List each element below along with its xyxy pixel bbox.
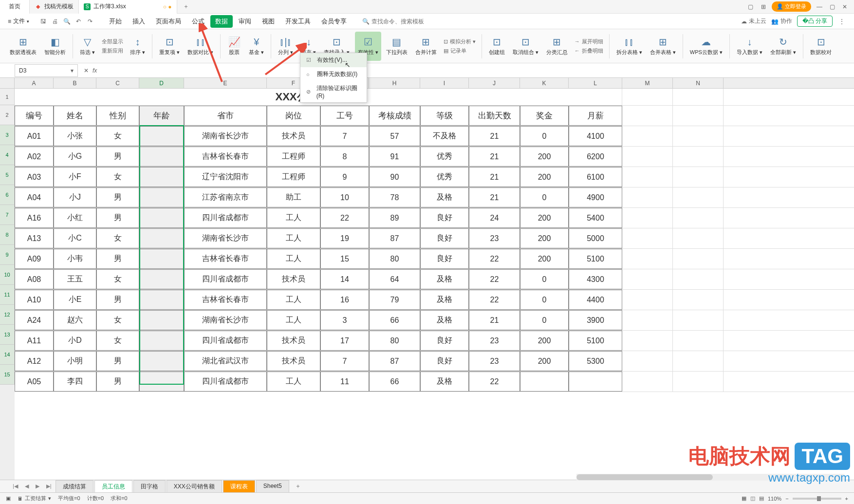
data-cell[interactable]: 78 <box>369 187 420 207</box>
data-cell[interactable] <box>139 310 184 330</box>
data-cell[interactable]: 男 <box>96 208 139 228</box>
ribbon-数据透视表[interactable]: ⊞数据透视表 <box>7 32 39 61</box>
data-cell[interactable]: 21 <box>469 147 520 167</box>
data-cell[interactable]: 四川省成都市 <box>184 208 267 228</box>
col-header[interactable]: H <box>369 78 420 88</box>
zoom-in-icon[interactable]: + <box>845 496 848 502</box>
data-cell[interactable]: 湖南省长沙市 <box>184 228 267 248</box>
zoom-out-icon[interactable]: − <box>785 496 788 502</box>
row-header[interactable]: 15 <box>0 365 15 385</box>
data-cell[interactable]: 21 <box>469 187 520 207</box>
data-cell[interactable]: 15 <box>320 249 369 269</box>
menu-tab-8[interactable]: 会员专享 <box>316 15 352 28</box>
zoom-slider[interactable] <box>793 498 841 500</box>
data-cell[interactable]: 良好 <box>420 228 469 248</box>
data-cell[interactable]: 男 <box>96 351 139 371</box>
data-cell[interactable]: 工人 <box>267 372 320 392</box>
data-cell[interactable]: 技术员 <box>267 126 320 146</box>
ribbon-合并表格[interactable]: ⊞合并表格 ▾ <box>647 32 679 61</box>
menu-tab-5[interactable]: 审阅 <box>234 15 256 28</box>
ribbon-分列[interactable]: ⫿|⫿分列 ▾ <box>275 32 296 61</box>
undo-icon[interactable]: ↶ <box>74 17 83 26</box>
data-cell[interactable]: 吉林省长春市 <box>184 249 267 269</box>
data-cell[interactable]: 良好 <box>420 351 469 371</box>
header-cell[interactable]: 考核成绩 <box>369 106 420 126</box>
ribbon-合并计算[interactable]: ⊞合并计算 <box>412 32 440 61</box>
row-header[interactable]: 7 <box>0 205 15 225</box>
data-cell[interactable]: 22 <box>469 269 520 289</box>
data-cell[interactable]: 男 <box>96 147 139 167</box>
ribbon-筛选[interactable]: ▽筛选 ▾ <box>77 32 98 61</box>
data-cell[interactable]: A04 <box>15 187 54 207</box>
sheet-tab[interactable]: 员工信息 <box>94 480 132 493</box>
view-normal-icon[interactable]: ▦ <box>742 495 746 502</box>
data-cell[interactable]: 79 <box>369 290 420 310</box>
data-cell[interactable]: 工人 <box>267 310 320 330</box>
menu-tab-2[interactable]: 页面布局 <box>151 15 186 28</box>
dropdown-item[interactable]: ○圈释无效数据(I) <box>300 67 367 81</box>
data-cell[interactable]: 64 <box>369 269 420 289</box>
data-cell[interactable]: 80 <box>369 331 420 351</box>
data-cell[interactable] <box>139 167 184 187</box>
data-cell[interactable]: 200 <box>520 208 569 228</box>
data-cell[interactable]: 男 <box>96 372 139 392</box>
data-cell[interactable] <box>139 269 184 289</box>
data-cell[interactable]: 工人 <box>267 290 320 310</box>
data-cell[interactable]: 小F <box>54 167 96 187</box>
data-cell[interactable]: 0 <box>520 310 569 330</box>
row-header[interactable]: 10 <box>0 265 15 285</box>
data-cell[interactable]: 工程师 <box>267 147 320 167</box>
fx-icon[interactable]: fx <box>93 67 100 74</box>
data-cell[interactable]: 200 <box>520 351 569 371</box>
data-cell[interactable]: 200 <box>520 147 569 167</box>
data-cell[interactable]: 优秀 <box>420 167 469 187</box>
data-cell[interactable]: 57 <box>369 126 420 146</box>
data-cell[interactable]: 女 <box>96 310 139 330</box>
col-header[interactable]: C <box>96 78 139 88</box>
row-header[interactable]: 14 <box>0 345 15 365</box>
menu-tab-7[interactable]: 开发工具 <box>280 15 316 28</box>
data-cell[interactable]: 及格 <box>420 290 469 310</box>
data-cell[interactable]: A12 <box>15 351 54 371</box>
data-cell[interactable]: 工人 <box>267 249 320 269</box>
ribbon-股票[interactable]: 📈股票 <box>224 32 244 61</box>
data-cell[interactable]: 87 <box>369 351 420 371</box>
data-cell[interactable]: 17 <box>320 331 369 351</box>
sheet-tab[interactable]: 课程表 <box>223 480 255 493</box>
search-box[interactable]: 🔍 <box>362 18 430 25</box>
data-cell[interactable]: 女 <box>96 167 139 187</box>
data-cell[interactable]: 助工 <box>267 187 320 207</box>
data-cell[interactable]: 辽宁省沈阳市 <box>184 167 267 187</box>
col-header[interactable]: L <box>569 78 622 88</box>
ribbon-排序[interactable]: ↕排序 ▾ <box>127 32 148 61</box>
data-cell[interactable]: 小J <box>54 187 96 207</box>
data-cell[interactable]: 21 <box>469 310 520 330</box>
data-cell[interactable]: 6200 <box>569 147 622 167</box>
search-input[interactable] <box>371 18 430 25</box>
header-cell[interactable]: 年龄 <box>139 106 184 126</box>
data-cell[interactable]: 良好 <box>420 249 469 269</box>
data-cell[interactable] <box>139 351 184 371</box>
data-cell[interactable]: 89 <box>369 208 420 228</box>
collab-button[interactable]: 👥 协作 <box>771 17 792 25</box>
data-cell[interactable]: 4100 <box>569 126 622 146</box>
data-cell[interactable]: 3900 <box>569 310 622 330</box>
data-cell[interactable]: 21 <box>469 167 520 187</box>
ribbon-智能分析[interactable]: ◧智能分析 <box>41 32 69 61</box>
ribbon-small[interactable]: ⊡ 模拟分析 ▾ <box>444 38 476 45</box>
data-cell[interactable]: 男 <box>96 187 139 207</box>
select-all-corner[interactable] <box>0 78 15 88</box>
sheet-tab[interactable]: XXX公司销售额 <box>167 480 222 493</box>
data-cell[interactable]: 0 <box>520 126 569 146</box>
ribbon-WPS云数据[interactable]: ☁WPS云数据 ▾ <box>687 32 725 61</box>
data-cell[interactable]: 李四 <box>54 372 96 392</box>
data-cell[interactable]: 200 <box>520 228 569 248</box>
data-cell[interactable] <box>139 290 184 310</box>
data-cell[interactable]: 男 <box>96 290 139 310</box>
data-cell[interactable]: 女 <box>96 331 139 351</box>
data-cell[interactable]: 3 <box>320 310 369 330</box>
col-header[interactable]: A <box>15 78 54 88</box>
data-cell[interactable]: 7 <box>320 351 369 371</box>
data-cell[interactable]: 工人 <box>267 228 320 248</box>
data-cell[interactable]: 4900 <box>569 187 622 207</box>
